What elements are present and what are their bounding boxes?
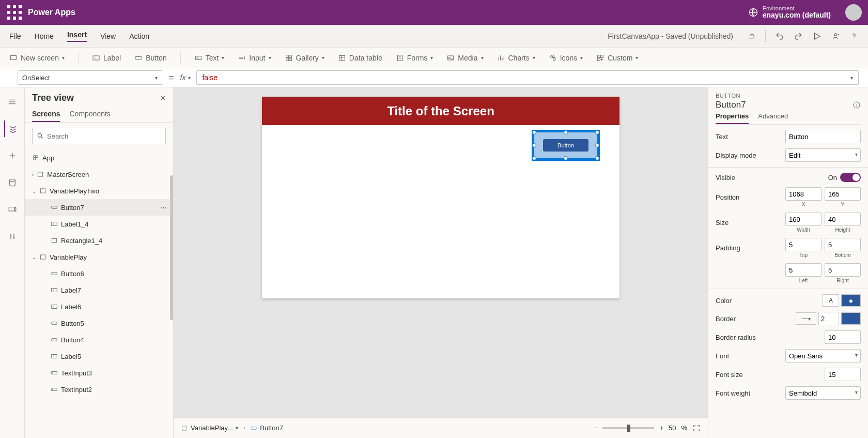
border-width-input[interactable] [818, 312, 839, 325]
tree-app[interactable]: App [25, 149, 173, 166]
custom-dropdown[interactable]: Custom▾ [596, 54, 638, 62]
advanced-tools-icon[interactable] [4, 228, 21, 245]
visible-toggle[interactable] [840, 173, 861, 182]
property-selector[interactable]: OnSelect▾ [18, 70, 162, 85]
padding-left-input[interactable] [785, 263, 822, 277]
border-color-swatch[interactable] [841, 312, 861, 325]
input-dropdown[interactable]: Input▾ [238, 54, 271, 62]
svg-rect-19 [339, 55, 345, 60]
app-checker-icon[interactable] [747, 32, 756, 41]
media-rail-icon[interactable] [4, 201, 21, 218]
scrollbar[interactable] [170, 175, 173, 320]
datatable-button[interactable]: Data table [338, 54, 382, 62]
info-icon[interactable] [853, 101, 861, 109]
menu-file[interactable]: File [9, 32, 21, 40]
icons-dropdown[interactable]: Icons▾ [549, 54, 583, 62]
formula-input[interactable]: false▾ [196, 70, 859, 85]
size-height-input[interactable] [825, 213, 861, 226]
svg-point-10 [834, 33, 837, 36]
border-radius-input[interactable] [825, 330, 861, 344]
svg-rect-6 [7, 17, 10, 20]
media-dropdown[interactable]: Media▾ [446, 54, 483, 62]
environment-icon [748, 7, 758, 18]
tab-screens[interactable]: Screens [32, 110, 60, 122]
menu-view[interactable]: View [100, 32, 116, 40]
search-input[interactable] [47, 132, 161, 140]
selected-button[interactable]: Button [532, 130, 600, 161]
fontsize-input[interactable] [825, 368, 861, 381]
app-title: Power Apps [28, 8, 75, 17]
share-icon[interactable] [831, 32, 840, 41]
charts-dropdown[interactable]: Charts▾ [497, 54, 535, 62]
menu-action[interactable]: Action [129, 32, 149, 40]
data-icon[interactable] [4, 174, 21, 191]
tree-label1_4[interactable]: Label1_4 [25, 216, 173, 232]
padding-bottom-input[interactable] [825, 238, 861, 251]
menu-bar: File Home Insert View Action FirstCanvas… [0, 25, 868, 48]
redo-icon[interactable] [794, 32, 803, 41]
text-dropdown[interactable]: Text▾ [194, 54, 225, 62]
tab-properties[interactable]: Properties [716, 112, 749, 124]
breadcrumb-screen[interactable]: VariablePlay...▾ [181, 424, 238, 432]
tree-button5[interactable]: Button5 [25, 315, 173, 331]
gallery-dropdown[interactable]: Gallery▾ [285, 54, 324, 62]
fontweight-input[interactable] [785, 386, 861, 400]
font-input[interactable] [785, 349, 861, 363]
tree-button7[interactable]: Button7⋯ [25, 199, 173, 216]
fill-color-swatch[interactable]: ◆ [841, 294, 861, 307]
tree-label5[interactable]: Label5 [25, 348, 173, 365]
prop-text-input[interactable] [785, 130, 861, 143]
tab-advanced[interactable]: Advanced [758, 112, 788, 124]
breadcrumb-control[interactable]: Button7 [250, 424, 283, 432]
tab-components[interactable]: Components [69, 110, 110, 122]
environment-picker[interactable]: Environment enayu.com (default) [748, 5, 831, 19]
undo-icon[interactable] [775, 32, 784, 41]
tree-button6[interactable]: Button6 [25, 265, 173, 282]
more-icon[interactable]: ⋯ [160, 204, 167, 212]
padding-right-input[interactable] [825, 263, 861, 277]
tree-rectangle1_4[interactable]: Rectangle1_4 [25, 232, 173, 249]
tree-button4[interactable]: Button4 [25, 331, 173, 348]
screen-preview[interactable]: Title of the Screen Button [262, 97, 619, 298]
zoom-in-icon[interactable]: + [659, 424, 663, 432]
tree-variableplaytwo[interactable]: ⌄VariablePlayTwo [25, 183, 173, 199]
tree-view-icon[interactable] [4, 120, 21, 137]
fit-icon[interactable] [692, 424, 701, 432]
new-screen-button[interactable]: New screen▾ [9, 54, 65, 62]
padding-top-input[interactable] [785, 238, 822, 251]
svg-rect-2 [19, 5, 22, 8]
insert-icon[interactable] [4, 147, 21, 164]
waffle-icon[interactable] [6, 4, 23, 21]
svg-rect-44 [52, 339, 57, 341]
button-button[interactable]: Button [134, 54, 166, 62]
zoom-slider[interactable] [602, 427, 654, 429]
label-button[interactable]: Label [92, 54, 121, 62]
tree-textinput2[interactable]: TextInput2 [25, 381, 173, 398]
size-width-input[interactable] [785, 213, 822, 226]
menu-insert[interactable]: Insert [67, 31, 87, 42]
tree-textinput3[interactable]: TextInput3 [25, 365, 173, 381]
prop-displaymode-input[interactable] [785, 148, 861, 162]
forms-dropdown[interactable]: Forms▾ [396, 54, 433, 62]
position-x-input[interactable] [785, 187, 822, 201]
screen-title-bar[interactable]: Title of the Screen [262, 97, 619, 125]
help-icon[interactable] [849, 32, 859, 41]
position-y-input[interactable] [825, 187, 861, 201]
prop-fontsize-label: Font size [716, 371, 743, 379]
tree-label7[interactable]: Label7 [25, 282, 173, 298]
tree-label6[interactable]: Label6 [25, 298, 173, 315]
fx-label[interactable]: fx▾ [180, 73, 191, 82]
insert-ribbon: New screen▾ Label Button Text▾ Input▾ Ga… [0, 48, 868, 68]
svg-rect-5 [19, 11, 22, 14]
menu-home[interactable]: Home [35, 32, 54, 40]
hamburger-icon[interactable] [4, 94, 21, 110]
zoom-out-icon[interactable]: − [594, 424, 598, 432]
play-icon[interactable] [812, 32, 822, 41]
font-color-swatch[interactable]: A [823, 294, 839, 307]
border-style-picker[interactable]: — ▾ [796, 312, 816, 325]
tree-search[interactable] [32, 128, 166, 144]
tree-variableplay[interactable]: ⌄VariablePlay [25, 249, 173, 265]
tree-masterscreen[interactable]: ›MasterScreen [25, 166, 173, 183]
close-icon[interactable]: ✕ [160, 94, 166, 102]
user-avatar[interactable] [845, 4, 862, 21]
